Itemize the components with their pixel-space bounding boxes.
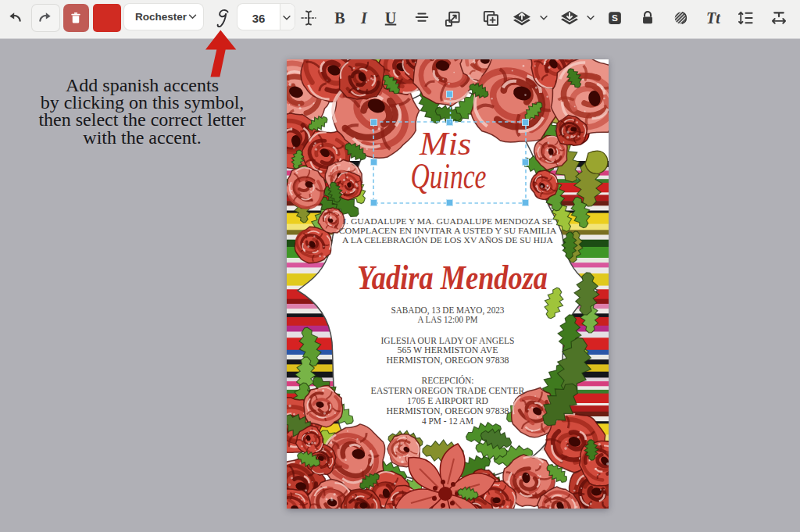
svg-text:J. GUADALUPE Y MA. GUADALUPE M: J. GUADALUPE Y MA. GUADALUPE MENDOZA SE: [343, 216, 553, 226]
svg-text:HERMISTON, OREGON 97838: HERMISTON, OREGON 97838: [387, 354, 509, 366]
svg-text:RECEPCIÓN:: RECEPCIÓN:: [422, 374, 474, 386]
svg-text:A LA CELEBRACIÓN DE LOS XV AÑO: A LA CELEBRACIÓN DE LOS XV AÑOS DE SU HI…: [342, 235, 554, 245]
svg-text:COMPLACEN EN INVITAR A USTED Y: COMPLACEN EN INVITAR A USTED Y SU FAMILI…: [339, 226, 558, 235]
svg-text:Yadira Mendoza: Yadira Mendoza: [357, 259, 548, 297]
svg-text:4 PM - 12 AM: 4 PM - 12 AM: [422, 415, 473, 427]
svg-text:S: S: [612, 12, 618, 23]
svg-text:A LAS 12:00 PM: A LAS 12:00 PM: [418, 313, 478, 325]
